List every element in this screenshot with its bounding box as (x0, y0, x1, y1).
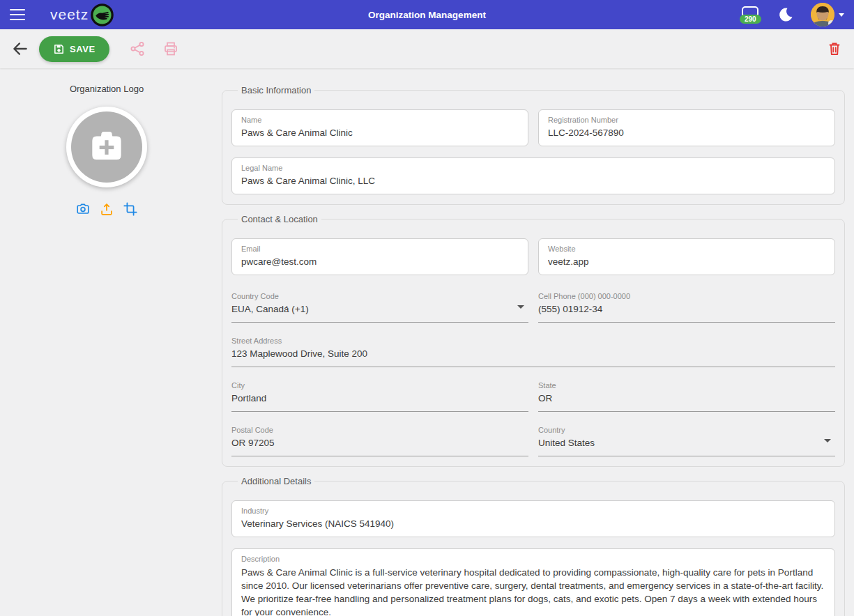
take-photo-camera-icon[interactable] (75, 201, 91, 217)
website-field[interactable]: Website veetz.app (538, 238, 835, 275)
app-header: veetz Organization Management 290 (0, 0, 854, 29)
save-button[interactable]: SAVE (39, 36, 109, 62)
cell-phone-value: (555) 01912-34 (538, 303, 835, 316)
logo-panel-title: Organization Logo (70, 84, 144, 94)
dark-mode-icon[interactable] (777, 6, 794, 23)
camera-plus-icon (71, 111, 142, 183)
status-dot (828, 20, 834, 26)
header-actions: 290 (740, 3, 844, 26)
country-select[interactable]: Country United States (538, 420, 835, 456)
description-field[interactable]: Description Paws & Care Animal Clinic is… (231, 548, 835, 616)
user-menu[interactable] (811, 3, 844, 26)
page-title: Organization Management (0, 10, 854, 20)
postal-code-label: Postal Code (231, 425, 528, 435)
section-additional-details: Additional Details Industry Veterinary S… (222, 476, 845, 616)
cell-phone-field[interactable]: Cell Phone (000) 000-0000 (555) 01912-34 (538, 286, 835, 323)
menu-icon[interactable] (10, 9, 25, 20)
action-toolbar: SAVE (0, 29, 854, 68)
name-field[interactable]: Name Paws & Care Animal Clinic (231, 109, 528, 146)
save-label: SAVE (70, 44, 96, 54)
brand-logo-icon (91, 3, 114, 26)
industry-label: Industry (241, 506, 825, 516)
country-code-value: EUA, Canadá (+1) (231, 303, 528, 316)
postal-code-field[interactable]: Postal Code OR 97205 (231, 420, 528, 456)
email-field[interactable]: Email pwcare@test.com (231, 238, 528, 275)
postal-code-value: OR 97205 (231, 437, 528, 449)
legal-name-field[interactable]: Legal Name Paws & Care Animal Clinic, LL… (231, 157, 835, 194)
street-address-label: Street Address (231, 336, 835, 346)
city-value: Portland (231, 392, 528, 405)
print-button[interactable] (162, 40, 179, 57)
state-field[interactable]: State OR (538, 376, 835, 412)
chevron-down-icon (824, 439, 831, 442)
cell-phone-label: Cell Phone (000) 000-0000 (538, 291, 835, 301)
country-value: United States (538, 437, 835, 449)
section-legend: Additional Details (238, 476, 314, 486)
avatar (811, 3, 834, 26)
registration-number-label: Registration Number (548, 115, 825, 125)
section-contact-location: Contact & Location Email pwcare@test.com… (222, 214, 845, 467)
website-label: Website (548, 244, 825, 254)
brand-name: veetz (50, 6, 89, 23)
upload-icon[interactable] (99, 201, 114, 217)
state-value: OR (538, 392, 835, 405)
legal-name-value: Paws & Care Animal Clinic, LLC (241, 175, 825, 187)
description-value: Paws & Care Animal Clinic is a full-serv… (241, 566, 825, 616)
country-label: Country (538, 425, 835, 435)
description-label: Description (241, 554, 825, 564)
logo-panel: Organization Logo (0, 68, 213, 616)
delete-button[interactable] (826, 40, 843, 57)
industry-field[interactable]: Industry Veterinary Services (NAICS 5419… (231, 500, 835, 537)
registration-number-field[interactable]: Registration Number LLC-2024-567890 (538, 109, 835, 146)
organization-logo-placeholder[interactable] (66, 107, 147, 187)
crop-icon[interactable] (123, 201, 138, 217)
state-label: State (538, 380, 835, 390)
brand[interactable]: veetz (50, 3, 114, 26)
save-icon (53, 43, 65, 55)
main-content: Organization Logo (0, 68, 854, 616)
email-label: Email (241, 244, 519, 254)
share-button[interactable] (129, 40, 146, 57)
city-label: City (231, 380, 528, 390)
back-button[interactable] (11, 40, 29, 58)
city-field[interactable]: City Portland (231, 376, 528, 412)
chevron-down-icon (839, 13, 844, 17)
name-label: Name (241, 115, 519, 125)
organization-form: Basic Information Name Paws & Care Anima… (213, 68, 854, 616)
street-address-value: 123 Maplewood Drive, Suite 200 (231, 348, 835, 360)
registration-number-value: LLC-2024-567890 (548, 127, 825, 139)
section-legend: Basic Information (238, 85, 314, 95)
country-code-select[interactable]: Country Code EUA, Canadá (+1) (231, 286, 528, 323)
street-address-field[interactable]: Street Address 123 Maplewood Drive, Suit… (231, 331, 835, 367)
country-code-label: Country Code (231, 291, 528, 301)
name-value: Paws & Care Animal Clinic (241, 127, 519, 139)
chevron-down-icon (517, 305, 524, 309)
section-legend: Contact & Location (238, 214, 321, 224)
email-value: pwcare@test.com (241, 256, 519, 268)
website-value: veetz.app (548, 256, 825, 268)
section-basic-information: Basic Information Name Paws & Care Anima… (222, 85, 845, 205)
logo-actions (75, 201, 138, 217)
session-count-badge: 290 (740, 15, 761, 24)
sessions-button[interactable]: 290 (740, 6, 761, 24)
legal-name-label: Legal Name (241, 163, 825, 173)
industry-value: Veterinary Services (NAICS 541940) (241, 518, 825, 530)
